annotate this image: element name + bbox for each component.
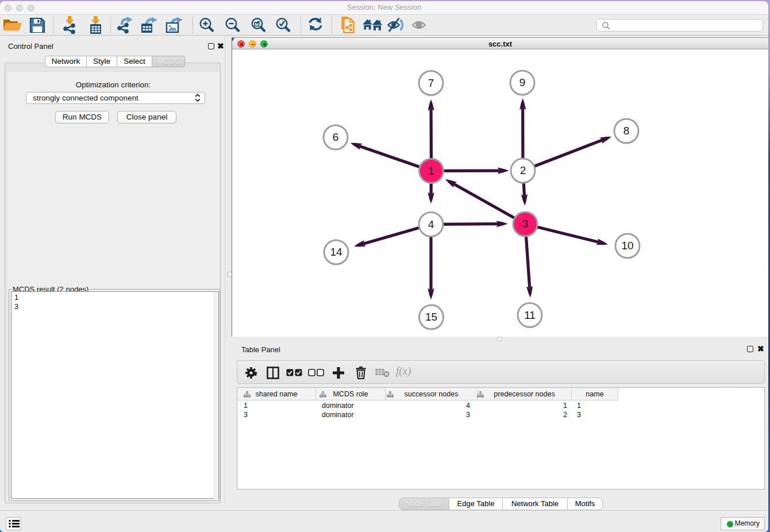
svg-text:8: 8 [623,125,630,137]
svg-text:4: 4 [428,218,434,230]
svg-text:2: 2 [520,164,526,176]
svg-text:15: 15 [425,311,437,323]
svg-text:9: 9 [519,76,526,88]
svg-text:6: 6 [333,131,339,143]
svg-text:7: 7 [428,77,434,89]
svg-text:3: 3 [522,218,529,230]
svg-text:10: 10 [621,240,633,252]
svg-text:14: 14 [330,246,342,258]
svg-text:11: 11 [524,309,536,321]
svg-text:1: 1 [428,165,434,177]
